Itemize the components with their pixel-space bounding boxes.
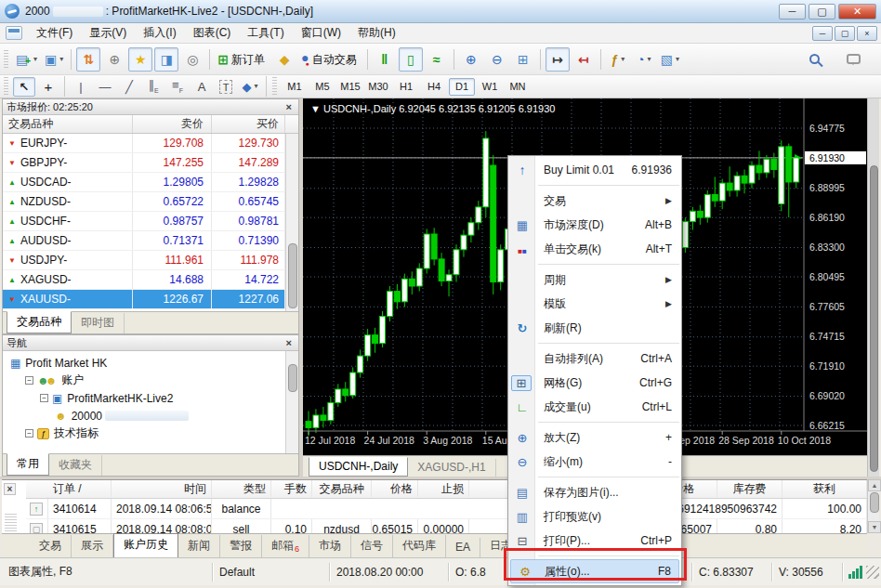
menubar-item-2[interactable]: 插入(I) [135,22,184,44]
scrollbar-thumb[interactable] [870,165,878,472]
zoom-in-menu-item[interactable]: 放大(Z)+ [508,425,681,450]
navigator-tab-收藏夹[interactable]: 收藏夹 [49,455,102,476]
new-order-button[interactable]: 新订单 [215,47,270,72]
crosshair-button[interactable] [37,77,59,97]
terminal-tab-新闻[interactable]: 新闻 [178,535,220,557]
text-button[interactable] [191,77,213,97]
market-watch-tab-即时图[interactable]: 即时图 [72,313,125,333]
timeframe-w1-button[interactable]: W1 [477,78,503,96]
metaeditor-button[interactable] [272,47,296,72]
maximize-button[interactable]: ▢ [809,4,835,20]
market-watch-row[interactable]: ▼USDJPY-111.961111.978 [3,251,298,270]
history-row[interactable]: 34106152018.09.14 08:08:04sell0.10nzdusd… [26,519,867,534]
toolbar-gripper[interactable] [4,50,8,69]
terminal-tab-邮箱[interactable]: 邮箱6 [262,535,309,557]
auto-scroll-button[interactable] [546,47,570,72]
terminal-tab-信号[interactable]: 信号 [351,535,393,557]
chart-shift-button[interactable] [572,47,596,72]
terminal-tab-警报[interactable]: 警报 [220,535,262,557]
print-preview-menu-item[interactable]: 打印预览(v) [508,504,681,529]
menubar-item-0[interactable]: 文件(F) [28,22,81,44]
market-watch-row[interactable]: ▼EURJPY-129.708129.730 [3,134,298,153]
market-watch-tab-交易品种[interactable]: 交易品种 [7,311,72,333]
menubar-item-1[interactable]: 显示(V) [81,22,135,44]
history-column-交易品种[interactable]: 交易品种 [312,480,372,497]
zoom-out-menu-item[interactable]: 缩小(m)- [508,450,681,474]
child-restore-button[interactable]: ▢ [835,26,855,41]
print-menu-item[interactable]: 打印(P)...Ctrl+P [508,529,681,553]
market-watch-row[interactable]: ▲XAGUSD-14.68814.722 [3,270,298,290]
chart-scrollbar[interactable] [867,98,879,477]
market-watch-row[interactable]: ▲USDCAD-1.298051.29828 [3,173,298,192]
volumes-menu-item[interactable]: 成交量(u)Ctrl+L [508,395,681,419]
history-column-订单 /[interactable]: 订单 / [48,480,112,497]
timeframe-m1-button[interactable]: M1 [282,78,308,96]
toolbar-gripper[interactable] [4,77,8,96]
grid-menu-item[interactable]: 网格(G)Ctrl+G [508,371,681,395]
history-column-止损[interactable]: 止损 [418,480,469,497]
market-watch-row[interactable]: ▼XAUUSD-1226.671227.06 [3,290,298,309]
properties-menu-item[interactable]: 属性(o)...F8 [510,559,679,583]
timeframe-d1-button[interactable]: D1 [449,78,475,96]
data-window-button[interactable] [102,47,126,72]
buy-limit-menu-item[interactable]: Buy Limit 0.016.91936 [508,158,681,182]
templates-menu-item[interactable]: 模版▶ [508,292,681,316]
navigator-tab-常用[interactable]: 常用 [7,453,49,476]
history-column-时间[interactable]: 时间 [112,480,212,497]
tree-expand-icon[interactable]: − [25,376,33,385]
toolbar-gripper[interactable] [272,77,277,96]
terminal-tab-展示[interactable]: 展示 [72,535,113,557]
minimize-button[interactable]: ─ [779,4,806,20]
scroll-down-icon[interactable]: ▼ [868,521,881,533]
zoom-in-button[interactable] [459,47,483,72]
history-column-库存费[interactable]: 库存费 [717,480,782,497]
chart-tab-USDCNH-,Daily[interactable]: USDCNH-,Daily [309,457,408,477]
tree-item-ProfitMarketHK-Live2[interactable]: −ProfitMarketHK-Live2 [3,389,298,407]
timeframe-m5-button[interactable]: M5 [309,78,335,96]
chat-button[interactable] [841,47,865,72]
strategy-tester-button[interactable] [180,47,204,72]
tree-item-账户[interactable]: −账户 [3,372,298,389]
trendline-button[interactable] [118,77,140,97]
zoom-out-button[interactable] [485,47,509,72]
templates-button[interactable]: ▾ [658,47,682,72]
bar-chart-mode-button[interactable] [373,47,397,72]
menubar-item-6[interactable]: 帮助(H) [349,22,404,44]
child-minimize-button[interactable]: ─ [812,26,833,41]
search-button[interactable] [802,47,826,72]
tree-item-技术指标[interactable]: −技术指标 [3,425,298,442]
market-watch-row[interactable]: ▲NZDUSD-0.657220.65745 [3,192,298,212]
tree-expand-icon[interactable]: − [25,429,33,438]
trade-menu-item[interactable]: 交易▶ [508,189,681,213]
history-column-价格[interactable]: 价格 [372,480,418,497]
terminal-tab-EA[interactable]: EA [446,538,480,557]
column-ask[interactable]: 买价 [212,115,285,133]
market-watch-scrollbar[interactable] [285,134,298,311]
timeframe-h1-button[interactable]: H1 [393,78,419,96]
market-watch-row[interactable]: ▲AUDUSD-0.713710.71390 [3,231,298,251]
scrollbar-thumb[interactable] [288,364,297,392]
chart-window-icon[interactable] [6,26,22,40]
history-column-获利[interactable]: 获利 [782,480,867,497]
navigator-toggle-button[interactable] [128,47,152,72]
history-row[interactable]: 34106142018.09.14 08:06:59balance6912418… [26,499,867,519]
arrows-button[interactable]: ▾ [239,77,261,97]
close-button[interactable]: ✕ [838,4,876,20]
tree-item-20000[interactable]: 20000 [3,407,298,425]
column-bid[interactable]: 卖价 [133,115,212,133]
save-as-picture-menu-item[interactable]: 保存为图片(i)... [508,480,681,504]
navigator-scrollbar[interactable] [285,351,298,453]
terminal-tab-市场[interactable]: 市场 [309,535,351,557]
timeframe-m30-button[interactable]: M30 [365,78,391,96]
equidistant-channel-button[interactable] [142,77,164,97]
market-watch-close-icon[interactable]: × [283,101,295,112]
menubar-item-4[interactable]: 工具(T) [239,22,292,44]
indicators-button[interactable]: ▾ [606,47,630,72]
tree-item-Profit Market HK[interactable]: Profit Market HK [3,354,298,372]
scrollbar-thumb[interactable] [870,492,879,513]
tile-windows-button[interactable] [511,47,535,72]
vertical-line-button[interactable] [70,77,92,97]
column-symbol[interactable]: 交易品种 [3,115,133,133]
scrollbar-thumb[interactable] [288,243,297,308]
terminal-tab-代码库[interactable]: 代码库 [393,535,446,557]
